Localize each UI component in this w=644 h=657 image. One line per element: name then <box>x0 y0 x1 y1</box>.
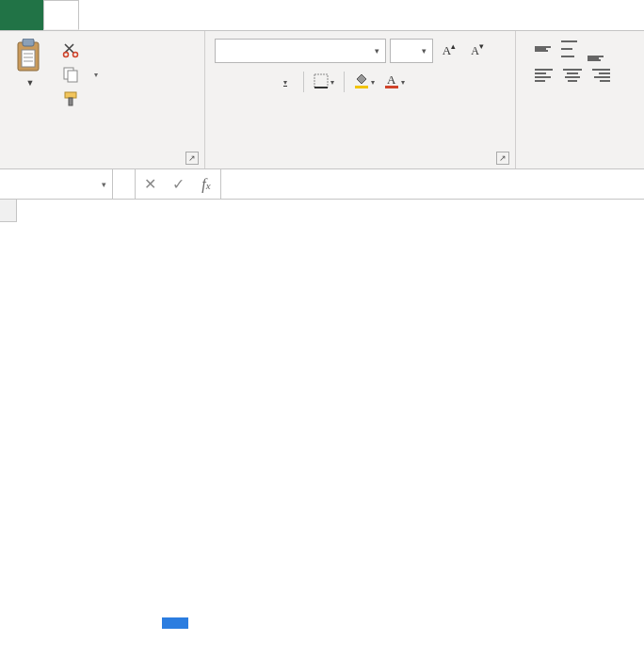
font-size-dropdown-icon: ▾ <box>422 46 427 56</box>
formula-bar-row: ▾ ✕ ✓ fx <box>0 169 644 200</box>
svg-text:A: A <box>387 72 396 87</box>
tab-pagelayout[interactable] <box>115 0 151 30</box>
cancel-formula-button[interactable]: ✕ <box>136 169 164 199</box>
svg-rect-16 <box>385 86 398 88</box>
ribbon-tabs <box>0 0 644 30</box>
tab-insert[interactable] <box>79 0 115 30</box>
align-center-button[interactable] <box>561 63 584 88</box>
font-color-button[interactable]: A ▾ <box>380 69 409 95</box>
align-right-button[interactable] <box>588 63 610 88</box>
spreadsheet-grid <box>0 200 644 627</box>
svg-rect-10 <box>65 92 76 98</box>
border-dropdown-icon[interactable]: ▾ <box>330 78 334 87</box>
increase-font-size-button[interactable]: A▴ <box>437 39 461 63</box>
scissors-icon <box>62 41 79 58</box>
svg-rect-1 <box>23 39 34 46</box>
underline-button[interactable]: ▾ <box>271 69 298 95</box>
font-size-select[interactable]: ▾ <box>390 39 433 63</box>
format-painter-button[interactable] <box>60 89 104 108</box>
align-top-button[interactable] <box>535 37 557 61</box>
align-left-button[interactable] <box>535 63 557 88</box>
ribbon: ▼ ▾ <box>0 30 644 169</box>
svg-rect-11 <box>69 98 72 105</box>
svg-rect-14 <box>355 86 368 88</box>
svg-rect-12 <box>314 74 328 88</box>
paste-button[interactable]: ▼ <box>6 35 55 148</box>
row-headers <box>0 222 17 627</box>
border-icon <box>314 73 329 91</box>
group-alignment <box>516 31 644 168</box>
select-all-button[interactable] <box>0 200 17 222</box>
tab-data[interactable] <box>186 0 222 30</box>
insert-function-button[interactable]: fx <box>192 169 220 199</box>
fx-icon: fx <box>201 176 210 193</box>
align-middle-button[interactable] <box>561 37 584 61</box>
italic-button[interactable] <box>243 69 269 95</box>
svg-point-6 <box>64 53 69 57</box>
font-dialog-launcher[interactable]: ↗ <box>496 152 509 165</box>
format-painter-icon <box>62 90 79 107</box>
group-font: ▾ ▾ A▴ A▾ ▾ <box>205 31 516 168</box>
tab-formulas[interactable] <box>151 0 186 30</box>
fill-color-icon <box>354 72 369 92</box>
decrease-font-size-button[interactable]: A▾ <box>465 39 490 63</box>
tab-home[interactable] <box>43 0 79 30</box>
tab-file[interactable] <box>0 0 43 30</box>
copy-dropdown-icon[interactable]: ▾ <box>94 71 98 79</box>
font-color-icon: A <box>384 72 399 92</box>
cut-button[interactable] <box>60 40 104 59</box>
bold-button[interactable] <box>215 69 241 95</box>
copy-icon <box>62 66 79 83</box>
underline-dropdown-icon[interactable]: ▾ <box>283 78 287 87</box>
copy-button[interactable]: ▾ <box>60 65 104 84</box>
svg-point-7 <box>73 53 78 57</box>
enter-formula-button[interactable]: ✓ <box>164 169 192 199</box>
border-button[interactable]: ▾ <box>310 69 338 95</box>
fill-color-dropdown-icon[interactable]: ▾ <box>371 78 375 87</box>
paste-dropdown-icon[interactable]: ▼ <box>26 78 35 88</box>
paste-icon <box>14 39 46 76</box>
svg-rect-9 <box>68 71 77 82</box>
svg-rect-2 <box>22 50 35 67</box>
clipboard-dialog-launcher[interactable]: ↗ <box>185 152 199 165</box>
fill-color-button[interactable]: ▾ <box>350 69 378 95</box>
group-clipboard: ▼ ▾ <box>0 31 205 168</box>
name-box[interactable]: ▾ <box>0 169 113 199</box>
formula-bar-input[interactable] <box>221 169 644 199</box>
name-box-dropdown-icon[interactable]: ▾ <box>102 180 106 189</box>
font-name-dropdown-icon: ▾ <box>375 46 379 56</box>
align-bottom-button[interactable] <box>588 37 610 61</box>
font-name-select[interactable]: ▾ <box>215 39 386 63</box>
font-color-dropdown-icon[interactable]: ▾ <box>401 78 405 87</box>
